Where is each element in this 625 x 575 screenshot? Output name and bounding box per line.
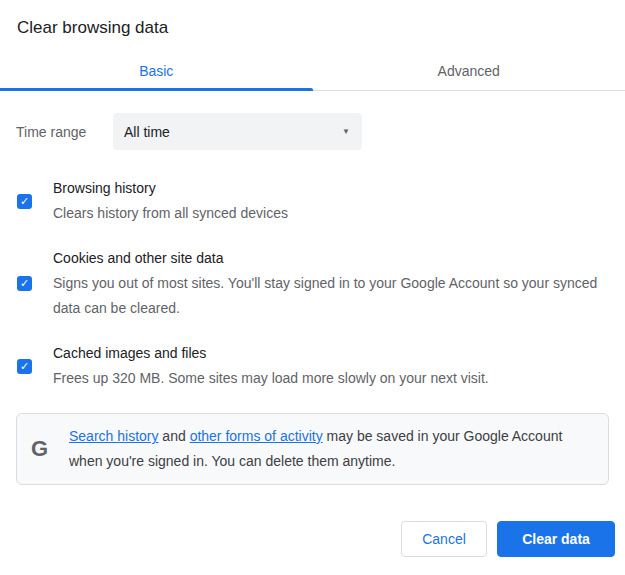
dialog-actions: Cancel Clear data (401, 521, 615, 557)
tab-basic[interactable]: Basic (0, 52, 313, 90)
checkmark-icon: ✓ (20, 196, 29, 207)
other-forms-of-activity-link[interactable]: other forms of activity (190, 428, 323, 444)
cached-images-label: Cached images and files (53, 341, 609, 366)
dialog-body: Time range All time ▼ ✓ Browsing history… (0, 113, 625, 485)
row-browsing-history: ✓ Browsing history Clears history from a… (16, 176, 609, 226)
row-cookies: ✓ Cookies and other site data Signs you … (16, 246, 609, 321)
cancel-button[interactable]: Cancel (401, 521, 487, 557)
tab-advanced-label: Advanced (438, 63, 500, 79)
browsing-history-label: Browsing history (53, 176, 609, 201)
time-range-row: Time range All time ▼ (16, 113, 609, 150)
cached-images-checkbox[interactable]: ✓ (17, 359, 32, 374)
tab-basic-label: Basic (139, 63, 173, 79)
notice-text: Search history and other forms of activi… (69, 424, 594, 474)
dropdown-arrow-icon: ▼ (342, 127, 350, 136)
time-range-label: Time range (16, 124, 113, 140)
tab-bar: Basic Advanced (0, 52, 625, 91)
cookies-description: Signs you out of most sites. You'll stay… (53, 271, 609, 321)
google-account-notice: G Search history and other forms of acti… (16, 413, 609, 485)
browsing-history-description: Clears history from all synced devices (53, 201, 609, 226)
cached-images-description: Frees up 320 MB. Some sites may load mor… (53, 366, 609, 391)
row-browsing-history-text: Browsing history Clears history from all… (53, 176, 609, 226)
tab-advanced[interactable]: Advanced (313, 52, 625, 90)
row-cookies-text: Cookies and other site data Signs you ou… (53, 246, 609, 321)
cookies-label: Cookies and other site data (53, 246, 609, 271)
time-range-selected-value: All time (124, 124, 170, 140)
clear-data-button[interactable]: Clear data (497, 521, 615, 557)
checkmark-icon: ✓ (20, 278, 29, 289)
time-range-select[interactable]: All time ▼ (113, 113, 362, 150)
cookies-checkbox[interactable]: ✓ (17, 276, 32, 291)
google-g-icon: G (31, 438, 55, 460)
notice-text-segment: and (158, 428, 189, 444)
clear-browsing-data-dialog: Clear browsing data Basic Advanced Time … (0, 0, 625, 575)
search-history-link[interactable]: Search history (69, 428, 158, 444)
browsing-history-checkbox[interactable]: ✓ (17, 194, 32, 209)
row-cached-images: ✓ Cached images and files Frees up 320 M… (16, 341, 609, 391)
checkmark-icon: ✓ (20, 361, 29, 372)
row-cached-images-text: Cached images and files Frees up 320 MB.… (53, 341, 609, 391)
dialog-title: Clear browsing data (0, 0, 625, 52)
